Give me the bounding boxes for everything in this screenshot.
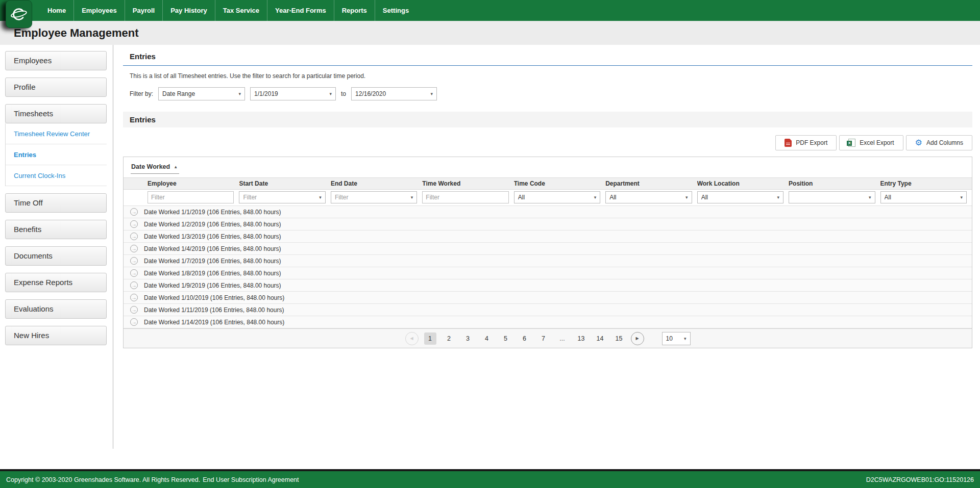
- column-header-department[interactable]: Department: [605, 180, 697, 187]
- expand-icon[interactable]: →: [130, 257, 138, 265]
- nav-item-pay-history[interactable]: Pay History: [162, 0, 215, 21]
- excel-icon: [848, 139, 855, 147]
- excel-export-button[interactable]: Excel Export: [839, 135, 903, 150]
- column-header-end-date[interactable]: End Date: [331, 180, 422, 187]
- pdf-export-button[interactable]: PDF Export: [775, 135, 837, 150]
- main-content: Entries This is a list of all Timesheet …: [113, 45, 980, 469]
- nav-item-year-end-forms[interactable]: Year-End Forms: [267, 0, 334, 21]
- column-header-time-worked[interactable]: Time Worked: [422, 180, 513, 187]
- filter-input-employee[interactable]: [148, 191, 234, 203]
- expand-icon[interactable]: →: [130, 318, 138, 326]
- pager-page-1[interactable]: 1: [424, 332, 436, 345]
- sidebar-item-employees[interactable]: Employees: [5, 51, 107, 70]
- add-columns-button[interactable]: ⚙ Add Columns: [906, 135, 972, 150]
- group-chip-date-worked[interactable]: Date Worked ▲: [131, 162, 179, 174]
- filter-dropdown-value: All: [701, 194, 774, 201]
- group-row[interactable]: →Date Worked 1/9/2019 (106 Entries, 848.…: [124, 279, 972, 292]
- column-header-entry-type[interactable]: Entry Type: [880, 180, 972, 187]
- filter-type-dropdown[interactable]: Date Range ▾: [158, 87, 245, 100]
- group-row[interactable]: →Date Worked 1/7/2019 (106 Entries, 848.…: [124, 255, 972, 267]
- column-header-start-date[interactable]: Start Date: [239, 180, 330, 187]
- expand-icon[interactable]: →: [130, 306, 138, 314]
- pager-page-2[interactable]: 2: [443, 332, 455, 345]
- group-row-label: Date Worked 1/7/2019 (106 Entries, 848.0…: [144, 258, 281, 265]
- pager-page-13[interactable]: 13: [575, 332, 587, 345]
- expand-icon[interactable]: →: [130, 269, 138, 277]
- greenshades-logo[interactable]: [6, 0, 32, 28]
- filter-cell-end-date: Filter▾: [331, 191, 422, 203]
- expand-icon[interactable]: →: [130, 294, 138, 301]
- chevron-down-icon: ▾: [777, 195, 780, 200]
- page-size-select[interactable]: 10▾: [662, 332, 691, 345]
- group-row[interactable]: →Date Worked 1/4/2019 (106 Entries, 848.…: [124, 243, 972, 255]
- nav-item-settings[interactable]: Settings: [375, 0, 416, 21]
- group-row[interactable]: →Date Worked 1/3/2019 (106 Entries, 848.…: [124, 230, 972, 243]
- group-row[interactable]: →Date Worked 1/11/2019 (106 Entries, 848…: [124, 304, 972, 316]
- filter-cell-position: ▾: [789, 191, 880, 203]
- filter-dropdown-department[interactable]: All▾: [605, 191, 692, 203]
- group-row[interactable]: →Date Worked 1/10/2019 (106 Entries, 848…: [124, 292, 972, 304]
- pager-page-6[interactable]: 6: [519, 332, 531, 345]
- nav-item-payroll[interactable]: Payroll: [125, 0, 162, 21]
- column-header-position[interactable]: Position: [789, 180, 880, 187]
- logo-swirl-icon: [10, 5, 28, 23]
- group-row-label: Date Worked 1/14/2019 (106 Entries, 848.…: [144, 319, 284, 326]
- page-title: Employee Management: [14, 27, 139, 40]
- filter-dropdown-time-code[interactable]: All▾: [514, 191, 600, 203]
- date-from-dropdown[interactable]: 1/1/2019 ▾: [250, 87, 336, 100]
- sidebar-subitem-current-clock-ins[interactable]: Current Clock-Ins: [6, 165, 107, 186]
- filter-dropdown-value: All: [885, 194, 958, 201]
- pager-previous-button[interactable]: ◀: [405, 332, 419, 345]
- group-row-label: Date Worked 1/8/2019 (106 Entries, 848.0…: [144, 270, 281, 277]
- filter-dropdown-start-date[interactable]: Filter▾: [239, 191, 325, 203]
- nav-item-reports[interactable]: Reports: [334, 0, 375, 21]
- sidebar-subitem-timesheet-review-center[interactable]: Timesheet Review Center: [6, 123, 107, 144]
- pager-page-15[interactable]: 15: [613, 332, 625, 345]
- date-to-dropdown[interactable]: 12/16/2020 ▾: [351, 87, 437, 100]
- expand-icon[interactable]: →: [130, 233, 138, 240]
- sidebar-item-benefits[interactable]: Benefits: [5, 220, 107, 239]
- pager-page-3[interactable]: 3: [462, 332, 474, 345]
- pager-next-button[interactable]: ▶: [631, 332, 644, 345]
- group-row[interactable]: →Date Worked 1/14/2019 (106 Entries, 848…: [124, 316, 972, 328]
- filter-cell-department: All▾: [605, 191, 697, 203]
- filter-input-time-worked[interactable]: [422, 191, 508, 203]
- filter-dropdown-end-date[interactable]: Filter▾: [331, 191, 417, 203]
- sidebar-item-time-off[interactable]: Time Off: [5, 193, 107, 213]
- pager-page-4[interactable]: 4: [481, 332, 493, 345]
- sidebar-item-timesheets[interactable]: Timesheets: [5, 104, 107, 123]
- pager-page-5[interactable]: 5: [500, 332, 512, 345]
- subscription-agreement-link[interactable]: End User Subscription Agreement: [203, 476, 299, 483]
- page-header: Employee Management: [0, 21, 980, 45]
- filter-bar: Filter by: Date Range ▾ 1/1/2019 ▾ to 12…: [130, 87, 972, 100]
- column-header-work-location[interactable]: Work Location: [697, 180, 789, 187]
- expand-icon[interactable]: →: [130, 245, 138, 252]
- pager-page-7[interactable]: 7: [537, 332, 550, 345]
- sidebar-item-new-hires[interactable]: New Hires: [5, 326, 107, 345]
- group-row[interactable]: →Date Worked 1/2/2019 (106 Entries, 848.…: [124, 218, 972, 230]
- column-header-time-code[interactable]: Time Code: [514, 180, 605, 187]
- sidebar-submenu: Timesheet Review CenterEntriesCurrent Cl…: [5, 123, 107, 186]
- group-row-label: Date Worked 1/1/2019 (106 Entries, 848.0…: [144, 209, 281, 216]
- nav-item-employees[interactable]: Employees: [74, 0, 125, 21]
- sidebar-item-documents[interactable]: Documents: [5, 246, 107, 266]
- pager-page-14[interactable]: 14: [594, 332, 606, 345]
- nav-item-tax-service[interactable]: Tax Service: [215, 0, 267, 21]
- filter-dropdown-position[interactable]: ▾: [789, 191, 875, 203]
- filter-dropdown-entry-type[interactable]: All▾: [880, 191, 967, 203]
- expand-icon[interactable]: →: [130, 208, 138, 216]
- column-header-employee[interactable]: Employee: [148, 180, 239, 187]
- group-row[interactable]: →Date Worked 1/8/2019 (106 Entries, 848.…: [124, 267, 972, 279]
- expand-icon[interactable]: →: [130, 220, 138, 228]
- nav-item-home[interactable]: Home: [40, 0, 74, 21]
- sidebar-item-expense-reports[interactable]: Expense Reports: [5, 273, 107, 292]
- filter-dropdown-work-location[interactable]: All▾: [697, 191, 783, 203]
- expand-icon[interactable]: →: [130, 281, 138, 289]
- grid-header-row: EmployeeStart DateEnd DateTime WorkedTim…: [124, 177, 972, 190]
- copyright-text: Copyright © 2003-2020 Greenshades Softwa…: [6, 476, 200, 483]
- group-row[interactable]: →Date Worked 1/1/2019 (106 Entries, 848.…: [124, 206, 972, 218]
- filter-cell-start-date: Filter▾: [239, 191, 330, 203]
- sidebar-item-profile[interactable]: Profile: [5, 78, 107, 97]
- sidebar-item-evaluations[interactable]: Evaluations: [5, 299, 107, 319]
- sidebar-subitem-entries[interactable]: Entries: [6, 144, 107, 165]
